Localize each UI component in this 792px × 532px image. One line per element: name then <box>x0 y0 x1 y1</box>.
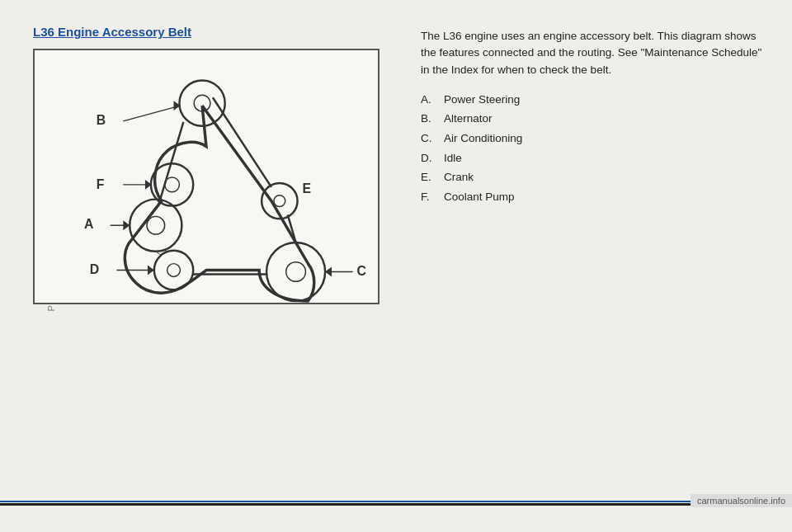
diagram-box: B F A D E C <box>33 49 380 304</box>
list-item: C.Air Conditioning <box>421 129 767 148</box>
svg-point-11 <box>286 262 306 282</box>
part-letter: F. <box>421 187 437 207</box>
list-item: E.Crank <box>421 167 767 187</box>
bottom-line-blue <box>0 501 792 502</box>
svg-point-5 <box>147 216 165 234</box>
part-name: Power Steering <box>444 90 520 110</box>
list-item: D.Idle <box>421 148 767 168</box>
list-item: A.Power Steering <box>421 90 767 110</box>
parts-list: A.Power SteeringB.AlternatorC.Air Condit… <box>421 90 767 207</box>
svg-line-28 <box>213 97 271 187</box>
part-name: Crank <box>444 167 474 187</box>
svg-marker-19 <box>148 266 154 275</box>
svg-text:A: A <box>84 217 93 231</box>
svg-text:D: D <box>90 262 99 276</box>
section-title: L36 Engine Accessory Belt <box>33 25 396 39</box>
svg-text:F: F <box>97 177 105 191</box>
part-name: Air Conditioning <box>444 129 522 148</box>
svg-text:B: B <box>97 113 106 127</box>
bottom-logo-text: carmanualsonline.info <box>691 494 792 507</box>
part-letter: C. <box>421 129 437 148</box>
part-name: Alternator <box>444 109 493 129</box>
part-letter: B. <box>421 109 437 129</box>
bottom-line-dark <box>0 503 792 506</box>
bottom-bar: 6-67 carmanualsonline.info <box>0 499 792 509</box>
left-column: L36 Engine Accessory Belt <box>33 25 396 304</box>
svg-text:E: E <box>302 181 311 195</box>
svg-point-6 <box>154 251 193 290</box>
svg-line-32 <box>159 122 184 204</box>
description-text: The L36 engine uses an engine accessory … <box>421 28 767 78</box>
main-content: L36 Engine Accessory Belt <box>0 0 792 321</box>
svg-line-12 <box>123 106 180 121</box>
part-name: Idle <box>444 148 462 168</box>
svg-marker-17 <box>123 220 130 230</box>
part-letter: A. <box>421 90 437 110</box>
page-container: ProCarManuals.com L36 Engine Accessory B… <box>0 0 792 532</box>
belt-diagram-svg: B F A D E C <box>35 50 378 303</box>
list-item: F.Coolant Pump <box>421 187 767 207</box>
svg-point-7 <box>167 264 181 277</box>
svg-text:C: C <box>357 264 366 278</box>
part-name: Coolant Pump <box>444 187 515 207</box>
part-letter: E. <box>421 167 437 187</box>
svg-point-9 <box>274 195 285 207</box>
right-column: The L36 engine uses an engine accessory … <box>421 25 767 304</box>
part-letter: D. <box>421 148 437 168</box>
list-item: B.Alternator <box>421 109 767 129</box>
